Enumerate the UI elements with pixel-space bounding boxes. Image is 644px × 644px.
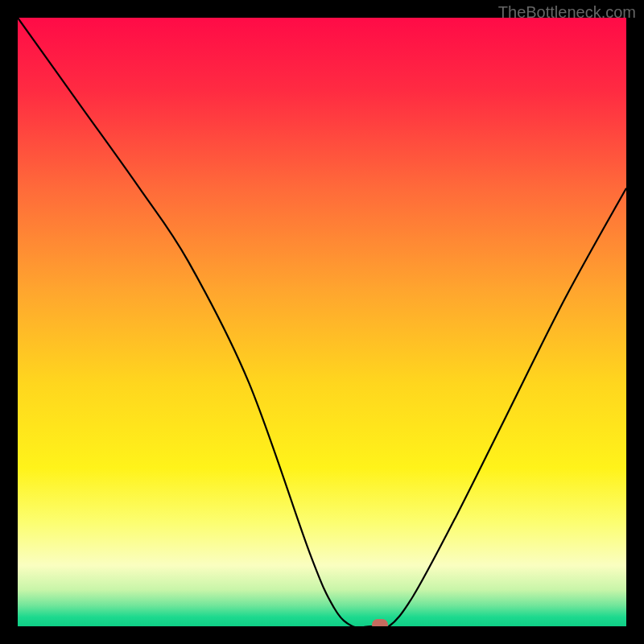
plot-area (18, 18, 626, 626)
bottleneck-curve (18, 18, 626, 626)
optimal-marker (372, 619, 388, 626)
watermark-text: TheBottleneck.com (498, 3, 636, 22)
